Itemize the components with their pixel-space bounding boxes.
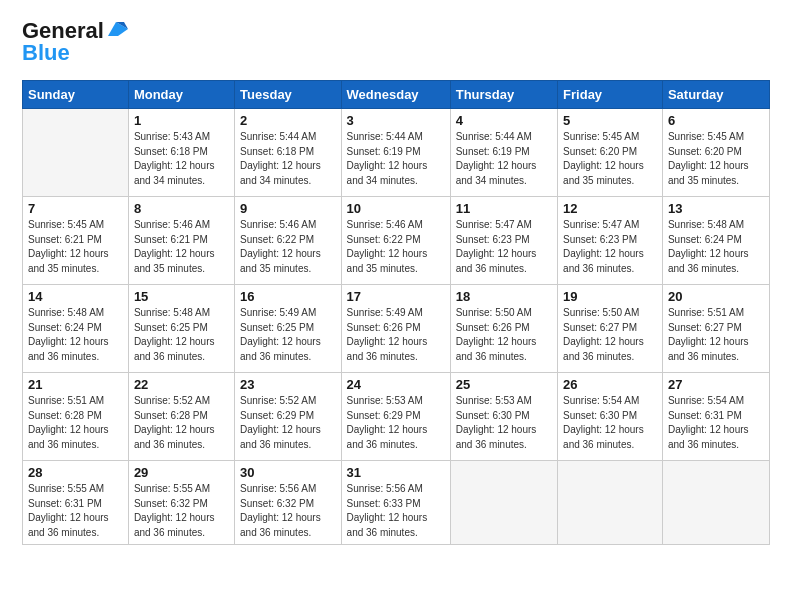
- logo-icon: [106, 20, 128, 38]
- day-info: Sunrise: 5:47 AMSunset: 6:23 PMDaylight:…: [456, 218, 552, 276]
- day-info: Sunrise: 5:45 AMSunset: 6:21 PMDaylight:…: [28, 218, 123, 276]
- day-number: 24: [347, 377, 445, 392]
- calendar-week-row: 28Sunrise: 5:55 AMSunset: 6:31 PMDayligh…: [23, 461, 770, 545]
- calendar-week-row: 21Sunrise: 5:51 AMSunset: 6:28 PMDayligh…: [23, 373, 770, 461]
- calendar-week-row: 14Sunrise: 5:48 AMSunset: 6:24 PMDayligh…: [23, 285, 770, 373]
- weekday-header-saturday: Saturday: [662, 81, 769, 109]
- header: General Blue: [22, 18, 770, 66]
- day-number: 8: [134, 201, 229, 216]
- day-info: Sunrise: 5:44 AMSunset: 6:18 PMDaylight:…: [240, 130, 336, 188]
- calendar-cell: 19Sunrise: 5:50 AMSunset: 6:27 PMDayligh…: [558, 285, 663, 373]
- calendar-cell: 10Sunrise: 5:46 AMSunset: 6:22 PMDayligh…: [341, 197, 450, 285]
- day-number: 21: [28, 377, 123, 392]
- calendar-cell: [558, 461, 663, 545]
- calendar-cell: 11Sunrise: 5:47 AMSunset: 6:23 PMDayligh…: [450, 197, 557, 285]
- day-number: 14: [28, 289, 123, 304]
- page: General Blue SundayMondayTuesdayWednesda…: [0, 0, 792, 612]
- day-number: 19: [563, 289, 657, 304]
- day-number: 22: [134, 377, 229, 392]
- day-info: Sunrise: 5:47 AMSunset: 6:23 PMDaylight:…: [563, 218, 657, 276]
- day-info: Sunrise: 5:55 AMSunset: 6:32 PMDaylight:…: [134, 482, 229, 540]
- calendar-cell: 18Sunrise: 5:50 AMSunset: 6:26 PMDayligh…: [450, 285, 557, 373]
- weekday-header-tuesday: Tuesday: [235, 81, 342, 109]
- calendar-cell: 14Sunrise: 5:48 AMSunset: 6:24 PMDayligh…: [23, 285, 129, 373]
- weekday-header-sunday: Sunday: [23, 81, 129, 109]
- calendar-cell: 4Sunrise: 5:44 AMSunset: 6:19 PMDaylight…: [450, 109, 557, 197]
- day-number: 25: [456, 377, 552, 392]
- calendar-cell: 28Sunrise: 5:55 AMSunset: 6:31 PMDayligh…: [23, 461, 129, 545]
- day-number: 9: [240, 201, 336, 216]
- calendar-cell: 5Sunrise: 5:45 AMSunset: 6:20 PMDaylight…: [558, 109, 663, 197]
- calendar-cell: 22Sunrise: 5:52 AMSunset: 6:28 PMDayligh…: [128, 373, 234, 461]
- day-info: Sunrise: 5:49 AMSunset: 6:25 PMDaylight:…: [240, 306, 336, 364]
- day-number: 3: [347, 113, 445, 128]
- calendar-cell: 27Sunrise: 5:54 AMSunset: 6:31 PMDayligh…: [662, 373, 769, 461]
- calendar-cell: 25Sunrise: 5:53 AMSunset: 6:30 PMDayligh…: [450, 373, 557, 461]
- day-info: Sunrise: 5:45 AMSunset: 6:20 PMDaylight:…: [563, 130, 657, 188]
- day-info: Sunrise: 5:46 AMSunset: 6:22 PMDaylight:…: [240, 218, 336, 276]
- day-number: 15: [134, 289, 229, 304]
- day-number: 23: [240, 377, 336, 392]
- calendar-week-row: 7Sunrise: 5:45 AMSunset: 6:21 PMDaylight…: [23, 197, 770, 285]
- calendar-table: SundayMondayTuesdayWednesdayThursdayFrid…: [22, 80, 770, 545]
- calendar-week-row: 1Sunrise: 5:43 AMSunset: 6:18 PMDaylight…: [23, 109, 770, 197]
- weekday-header-thursday: Thursday: [450, 81, 557, 109]
- calendar-body: 1Sunrise: 5:43 AMSunset: 6:18 PMDaylight…: [23, 109, 770, 545]
- day-number: 11: [456, 201, 552, 216]
- day-info: Sunrise: 5:56 AMSunset: 6:33 PMDaylight:…: [347, 482, 445, 540]
- calendar-cell: [450, 461, 557, 545]
- weekday-header-monday: Monday: [128, 81, 234, 109]
- day-number: 17: [347, 289, 445, 304]
- calendar-cell: 30Sunrise: 5:56 AMSunset: 6:32 PMDayligh…: [235, 461, 342, 545]
- day-info: Sunrise: 5:48 AMSunset: 6:24 PMDaylight:…: [668, 218, 764, 276]
- day-info: Sunrise: 5:51 AMSunset: 6:27 PMDaylight:…: [668, 306, 764, 364]
- day-info: Sunrise: 5:53 AMSunset: 6:29 PMDaylight:…: [347, 394, 445, 452]
- calendar-cell: 3Sunrise: 5:44 AMSunset: 6:19 PMDaylight…: [341, 109, 450, 197]
- logo-blue: Blue: [22, 40, 70, 66]
- calendar-cell: 26Sunrise: 5:54 AMSunset: 6:30 PMDayligh…: [558, 373, 663, 461]
- calendar-cell: 2Sunrise: 5:44 AMSunset: 6:18 PMDaylight…: [235, 109, 342, 197]
- calendar-cell: 21Sunrise: 5:51 AMSunset: 6:28 PMDayligh…: [23, 373, 129, 461]
- calendar-cell: 16Sunrise: 5:49 AMSunset: 6:25 PMDayligh…: [235, 285, 342, 373]
- calendar-cell: 7Sunrise: 5:45 AMSunset: 6:21 PMDaylight…: [23, 197, 129, 285]
- day-number: 26: [563, 377, 657, 392]
- day-number: 10: [347, 201, 445, 216]
- weekday-header-wednesday: Wednesday: [341, 81, 450, 109]
- day-number: 7: [28, 201, 123, 216]
- day-number: 1: [134, 113, 229, 128]
- calendar-cell: 31Sunrise: 5:56 AMSunset: 6:33 PMDayligh…: [341, 461, 450, 545]
- day-info: Sunrise: 5:44 AMSunset: 6:19 PMDaylight:…: [347, 130, 445, 188]
- day-number: 28: [28, 465, 123, 480]
- logo: General Blue: [22, 18, 128, 66]
- day-info: Sunrise: 5:43 AMSunset: 6:18 PMDaylight:…: [134, 130, 229, 188]
- day-info: Sunrise: 5:44 AMSunset: 6:19 PMDaylight:…: [456, 130, 552, 188]
- day-info: Sunrise: 5:50 AMSunset: 6:27 PMDaylight:…: [563, 306, 657, 364]
- calendar-cell: 9Sunrise: 5:46 AMSunset: 6:22 PMDaylight…: [235, 197, 342, 285]
- calendar-cell: [662, 461, 769, 545]
- day-info: Sunrise: 5:53 AMSunset: 6:30 PMDaylight:…: [456, 394, 552, 452]
- day-number: 18: [456, 289, 552, 304]
- calendar-cell: 20Sunrise: 5:51 AMSunset: 6:27 PMDayligh…: [662, 285, 769, 373]
- calendar-header-row: SundayMondayTuesdayWednesdayThursdayFrid…: [23, 81, 770, 109]
- calendar-cell: 23Sunrise: 5:52 AMSunset: 6:29 PMDayligh…: [235, 373, 342, 461]
- calendar-cell: 8Sunrise: 5:46 AMSunset: 6:21 PMDaylight…: [128, 197, 234, 285]
- calendar-cell: 6Sunrise: 5:45 AMSunset: 6:20 PMDaylight…: [662, 109, 769, 197]
- day-number: 4: [456, 113, 552, 128]
- day-info: Sunrise: 5:56 AMSunset: 6:32 PMDaylight:…: [240, 482, 336, 540]
- day-number: 6: [668, 113, 764, 128]
- calendar-cell: 13Sunrise: 5:48 AMSunset: 6:24 PMDayligh…: [662, 197, 769, 285]
- calendar-cell: 1Sunrise: 5:43 AMSunset: 6:18 PMDaylight…: [128, 109, 234, 197]
- day-info: Sunrise: 5:46 AMSunset: 6:21 PMDaylight:…: [134, 218, 229, 276]
- day-info: Sunrise: 5:55 AMSunset: 6:31 PMDaylight:…: [28, 482, 123, 540]
- day-info: Sunrise: 5:52 AMSunset: 6:29 PMDaylight:…: [240, 394, 336, 452]
- day-number: 2: [240, 113, 336, 128]
- day-info: Sunrise: 5:51 AMSunset: 6:28 PMDaylight:…: [28, 394, 123, 452]
- day-info: Sunrise: 5:48 AMSunset: 6:25 PMDaylight:…: [134, 306, 229, 364]
- day-number: 31: [347, 465, 445, 480]
- calendar-cell: 17Sunrise: 5:49 AMSunset: 6:26 PMDayligh…: [341, 285, 450, 373]
- day-info: Sunrise: 5:54 AMSunset: 6:31 PMDaylight:…: [668, 394, 764, 452]
- weekday-header-friday: Friday: [558, 81, 663, 109]
- day-number: 29: [134, 465, 229, 480]
- calendar-cell: 29Sunrise: 5:55 AMSunset: 6:32 PMDayligh…: [128, 461, 234, 545]
- calendar-cell: 24Sunrise: 5:53 AMSunset: 6:29 PMDayligh…: [341, 373, 450, 461]
